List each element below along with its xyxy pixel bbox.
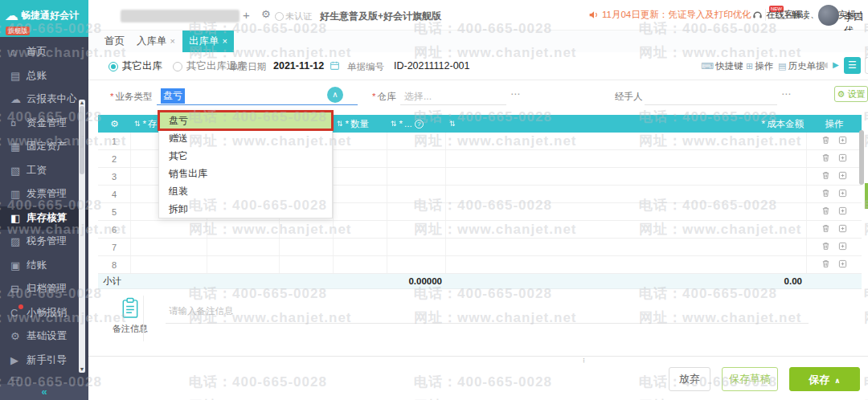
col-cost-amount[interactable]: ⇅*成本金额 [446, 115, 807, 133]
grid-cell[interactable] [387, 239, 446, 255]
sidebar-item-archive[interactable]: ⊟归档管理 [0, 277, 77, 301]
grid-cell[interactable] [446, 168, 807, 185]
insert-row-icon[interactable] [838, 153, 847, 165]
content-scroll-thumb[interactable] [859, 130, 864, 185]
grid-cell[interactable] [446, 133, 807, 149]
grid-cell[interactable] [334, 133, 387, 149]
sidebar-item-salary[interactable]: ▧工资 [0, 159, 77, 183]
grid-cell[interactable] [446, 221, 807, 238]
sidebar-item-guide[interactable]: ▶新手引导 [0, 349, 77, 373]
warehouse-picker-button[interactable]: ⋯ [510, 88, 521, 100]
sidebar-scroll-thumb[interactable] [80, 106, 84, 174]
history-docs-button[interactable]: ▤历史单据 [778, 60, 825, 72]
sidebar-item-tax[interactable]: ▨税务管理 [0, 230, 77, 254]
grid-cell[interactable] [446, 203, 807, 220]
insert-row-icon[interactable] [838, 259, 847, 271]
avatar[interactable] [818, 5, 839, 26]
warehouse-field[interactable]: 选择... [404, 90, 432, 104]
grid-cell[interactable] [131, 256, 207, 273]
grid-cell[interactable] [334, 186, 387, 202]
biz-type-field[interactable]: 盘亏 [161, 88, 185, 104]
grid-cell[interactable] [280, 256, 334, 273]
grid-cell[interactable] [387, 133, 446, 149]
grid-view-toggle[interactable]: 日 [865, 57, 868, 74]
table-gear-icon[interactable]: ⚙ [98, 115, 131, 133]
grid-cell[interactable] [387, 203, 446, 220]
insert-row-icon[interactable] [838, 189, 847, 200]
grid-cell[interactable] [207, 221, 280, 238]
column-settings-button[interactable]: ⚙ 设置 [834, 86, 868, 102]
grid-cell[interactable] [387, 150, 446, 167]
grid-cell[interactable] [387, 221, 446, 238]
grid-cell[interactable] [334, 239, 387, 255]
tab-inbound[interactable]: 入库单× [130, 31, 182, 52]
sidebar-item-ledger[interactable]: ▤总账 [0, 64, 77, 88]
dropdown-option[interactable]: 赠送 [159, 129, 332, 147]
grid-cell[interactable] [131, 239, 207, 255]
calendar-icon[interactable] [330, 60, 340, 73]
delete-row-icon[interactable] [821, 259, 830, 271]
gear-icon[interactable]: ⚙ [261, 8, 271, 20]
grid-cell[interactable] [334, 256, 387, 273]
grid-cell[interactable] [387, 256, 446, 273]
dropdown-option[interactable]: 盘亏 [159, 112, 332, 129]
list-view-toggle[interactable]: ☰ [844, 57, 861, 74]
side-helper-tab[interactable] [865, 183, 868, 209]
sidebar-item-invoice[interactable]: ▥发票管理 [0, 182, 77, 206]
delete-row-icon[interactable] [821, 136, 830, 147]
sort-icon[interactable]: ⇅ [134, 120, 141, 128]
scroll-down-icon[interactable]: ▼ [79, 366, 85, 373]
col-unit-cost[interactable]: ⇅*...? [387, 115, 446, 133]
prev-doc-arrow[interactable]: ◀ [821, 60, 828, 69]
insert-row-icon[interactable] [838, 206, 847, 218]
delete-row-icon[interactable] [821, 153, 830, 165]
operations-button[interactable]: ⊞操作 [746, 60, 773, 72]
delete-row-icon[interactable] [821, 171, 830, 182]
collapse-handle[interactable]: ⁝ [583, 356, 584, 364]
save-draft-button[interactable]: 保存草稿 [722, 367, 778, 391]
grid-cell[interactable] [334, 168, 387, 185]
dropdown-option[interactable]: 其它 [159, 147, 332, 165]
insert-row-icon[interactable] [838, 171, 847, 182]
delete-row-icon[interactable] [821, 224, 830, 235]
grid-cell[interactable] [131, 221, 207, 238]
insert-row-icon[interactable] [838, 136, 847, 147]
tab-outbound[interactable]: 出库单× [182, 31, 234, 52]
dropdown-option[interactable]: 组装 [159, 182, 332, 200]
grid-cell[interactable] [446, 239, 807, 255]
grid-cell[interactable] [207, 256, 280, 273]
sidebar-item-funds[interactable]: ¤资金管理 [0, 112, 77, 136]
grid-cell[interactable] [207, 239, 280, 255]
delete-row-icon[interactable] [821, 206, 830, 218]
sort-icon[interactable]: ⇅ [449, 120, 456, 128]
collapse-dropdown-button[interactable]: ∧ [327, 87, 343, 103]
close-tab-icon[interactable]: × [170, 36, 175, 46]
sidebar-collapse-button[interactable]: « [0, 384, 88, 400]
grid-cell[interactable] [334, 203, 387, 220]
online-service-link[interactable]: 在线客服 [752, 9, 803, 21]
sidebar-item-settings[interactable]: ⚙基础设置 [0, 324, 77, 349]
sidebar-item-cloud-report[interactable]: ☁云报表中心 [0, 88, 77, 112]
sidebar-item-home[interactable]: ⌂首页 [0, 40, 77, 64]
sidebar-item-closing[interactable]: ▣结账 [0, 254, 77, 278]
grid-cell[interactable] [387, 168, 446, 185]
col-quantity[interactable]: ⇅*数量 [334, 115, 387, 133]
grid-cell[interactable] [446, 256, 807, 273]
sort-icon[interactable]: ⇅ [391, 120, 397, 128]
grid-cell[interactable] [334, 150, 387, 167]
save-button[interactable]: 保存∧ [789, 367, 860, 391]
help-icon[interactable]: ? [415, 120, 424, 129]
grid-cell[interactable] [387, 186, 446, 202]
add-tab-button[interactable]: + [243, 8, 250, 22]
insert-row-icon[interactable] [838, 224, 847, 235]
app-logo[interactable]: ☁ 畅捷通好会计 旗舰版 [0, 0, 88, 37]
delete-row-icon[interactable] [821, 242, 830, 253]
grid-cell[interactable] [446, 150, 807, 167]
grid-cell[interactable] [280, 221, 334, 238]
dropdown-option[interactable]: 销售出库 [159, 165, 332, 182]
grid-cell[interactable] [280, 239, 334, 255]
remark-input[interactable]: 请输入备注信息 [169, 305, 234, 317]
delete-row-icon[interactable] [821, 189, 830, 200]
sidebar-item-inventory[interactable]: ◧库存核算 [0, 206, 88, 231]
dropdown-option[interactable]: 拆卸 [159, 200, 332, 218]
